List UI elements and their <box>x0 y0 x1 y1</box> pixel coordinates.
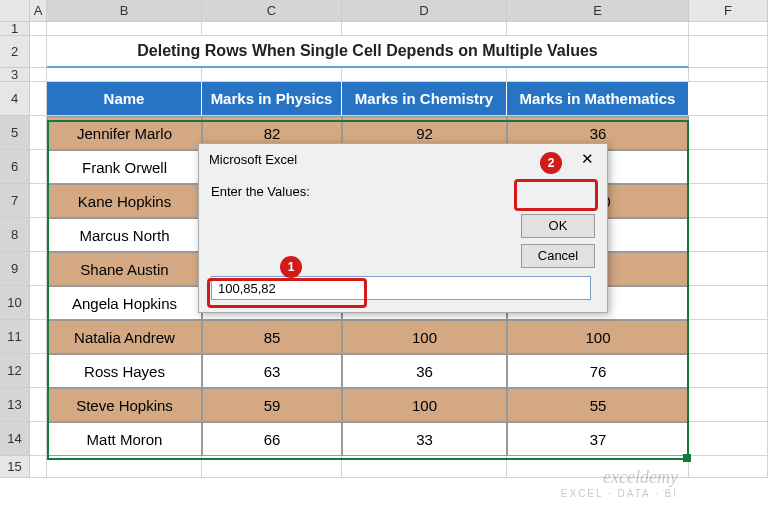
table-header-name[interactable]: Name <box>47 82 202 116</box>
cell[interactable] <box>30 184 47 218</box>
table-cell-mathematics[interactable]: 100 <box>507 320 689 354</box>
row-header-11[interactable]: 11 <box>0 320 30 354</box>
table-cell-mathematics[interactable]: 55 <box>507 388 689 422</box>
row-header-7[interactable]: 7 <box>0 184 30 218</box>
row-header-10[interactable]: 10 <box>0 286 30 320</box>
table-cell-name[interactable]: Ross Hayes <box>47 354 202 388</box>
column-header-row: A B C D E F <box>0 0 768 22</box>
cell[interactable] <box>689 82 768 116</box>
cell[interactable] <box>689 184 768 218</box>
cell[interactable] <box>30 116 47 150</box>
col-header-c[interactable]: C <box>202 0 342 22</box>
table-header-chemistry[interactable]: Marks in Chemistry <box>342 82 507 116</box>
cell[interactable] <box>689 456 768 478</box>
cell[interactable] <box>689 68 768 82</box>
row-header-13[interactable]: 13 <box>0 388 30 422</box>
cell[interactable] <box>689 36 768 68</box>
cell[interactable] <box>342 68 507 82</box>
table-cell-physics[interactable]: 85 <box>202 320 342 354</box>
table-cell-name[interactable]: Angela Hopkins <box>47 286 202 320</box>
table-header-physics[interactable]: Marks in Physics <box>202 82 342 116</box>
cell[interactable] <box>689 218 768 252</box>
cell[interactable] <box>689 22 768 36</box>
cell[interactable] <box>202 22 342 36</box>
cell[interactable] <box>689 286 768 320</box>
cell[interactable] <box>30 456 47 478</box>
row-header-14[interactable]: 14 <box>0 422 30 456</box>
cell[interactable] <box>689 150 768 184</box>
cell[interactable] <box>30 36 47 68</box>
cell[interactable] <box>202 68 342 82</box>
table-cell-name[interactable]: Matt Moron <box>47 422 202 456</box>
col-header-e[interactable]: E <box>507 0 689 22</box>
row-header-6[interactable]: 6 <box>0 150 30 184</box>
table-cell-name[interactable]: Frank Orwell <box>47 150 202 184</box>
table-cell-physics[interactable]: 63 <box>202 354 342 388</box>
cell[interactable] <box>689 388 768 422</box>
col-header-b[interactable]: B <box>47 0 202 22</box>
row-header-5[interactable]: 5 <box>0 116 30 150</box>
cell[interactable] <box>507 22 689 36</box>
cell[interactable] <box>30 150 47 184</box>
cell[interactable] <box>30 82 47 116</box>
col-header-f[interactable]: F <box>689 0 768 22</box>
table-cell-chemistry[interactable]: 100 <box>342 388 507 422</box>
cell[interactable] <box>689 422 768 456</box>
row-header-9[interactable]: 9 <box>0 252 30 286</box>
cell[interactable] <box>30 218 47 252</box>
row-header-3[interactable]: 3 <box>0 68 30 82</box>
row-header-2[interactable]: 2 <box>0 36 30 68</box>
cell[interactable] <box>30 252 47 286</box>
cell[interactable] <box>342 22 507 36</box>
table-cell-mathematics[interactable]: 37 <box>507 422 689 456</box>
table-cell-name[interactable]: Steve Hopkins <box>47 388 202 422</box>
cell[interactable] <box>47 68 202 82</box>
cell[interactable] <box>30 22 47 36</box>
cell[interactable] <box>30 354 47 388</box>
cell[interactable] <box>30 286 47 320</box>
cell[interactable] <box>507 68 689 82</box>
cell[interactable] <box>47 456 202 478</box>
values-input[interactable] <box>211 276 591 300</box>
cell[interactable] <box>689 354 768 388</box>
table-cell-name[interactable]: Jennifer Marlo <box>47 116 202 150</box>
cell[interactable] <box>689 252 768 286</box>
cell[interactable] <box>30 68 47 82</box>
cancel-button[interactable]: Cancel <box>521 244 595 268</box>
table-cell-chemistry[interactable]: 33 <box>342 422 507 456</box>
table-cell-physics[interactable]: 59 <box>202 388 342 422</box>
cell[interactable] <box>30 320 47 354</box>
table-header-mathematics[interactable]: Marks in Mathematics <box>507 82 689 116</box>
row-header-1[interactable]: 1 <box>0 22 30 36</box>
table-cell-chemistry[interactable]: 100 <box>342 320 507 354</box>
badge-1: 1 <box>280 256 302 278</box>
page-title-cell[interactable]: Deleting Rows When Single Cell Depends o… <box>47 36 689 68</box>
table-cell-name[interactable]: Shane Austin <box>47 252 202 286</box>
table-cell-physics[interactable]: 66 <box>202 422 342 456</box>
watermark-main: exceldemy <box>561 468 678 488</box>
cell[interactable] <box>47 22 202 36</box>
ok-button[interactable]: OK <box>521 214 595 238</box>
row-header-15[interactable]: 15 <box>0 456 30 478</box>
col-header-d[interactable]: D <box>342 0 507 22</box>
close-icon[interactable]: ✕ <box>567 145 607 173</box>
col-header-a[interactable]: A <box>30 0 47 22</box>
cell[interactable] <box>342 456 507 478</box>
table-cell-name[interactable]: Kane Hopkins <box>47 184 202 218</box>
row-header-12[interactable]: 12 <box>0 354 30 388</box>
select-all-corner[interactable] <box>0 0 30 22</box>
cell[interactable] <box>689 320 768 354</box>
cell[interactable] <box>30 388 47 422</box>
cell[interactable] <box>689 116 768 150</box>
dialog-title-text: Microsoft Excel <box>209 152 297 167</box>
table-cell-chemistry[interactable]: 36 <box>342 354 507 388</box>
cell[interactable] <box>30 422 47 456</box>
table-cell-name[interactable]: Natalia Andrew <box>47 320 202 354</box>
row-header-4[interactable]: 4 <box>0 82 30 116</box>
row-header-8[interactable]: 8 <box>0 218 30 252</box>
watermark: exceldemy EXCEL · DATA · BI <box>561 468 678 499</box>
watermark-sub: EXCEL · DATA · BI <box>561 488 678 499</box>
table-cell-name[interactable]: Marcus North <box>47 218 202 252</box>
cell[interactable] <box>202 456 342 478</box>
table-cell-mathematics[interactable]: 76 <box>507 354 689 388</box>
